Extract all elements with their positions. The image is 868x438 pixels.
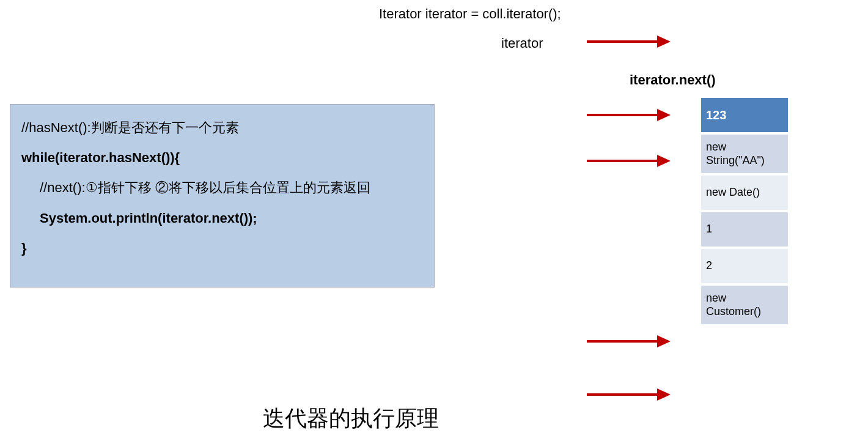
code-box: //hasNext():判断是否还有下一个元素 while(iterator.h… xyxy=(10,104,435,288)
diagram-title: 迭代器的执行原理 xyxy=(263,404,439,434)
arrow-to-2 xyxy=(587,335,672,347)
code-comment-hasnext: //hasNext():判断是否还有下一个元素 xyxy=(21,117,423,138)
arrow-iterator-initial xyxy=(587,35,672,48)
iterator-label: iterator xyxy=(501,35,543,51)
cell-2: 2 xyxy=(700,248,789,284)
code-closebrace: } xyxy=(21,237,423,259)
code-while: while(iterator.hasNext()){ xyxy=(21,147,423,168)
cell-1: 1 xyxy=(700,211,789,248)
cell-123: 123 xyxy=(700,97,789,133)
cell-string-aa: new String("AA") xyxy=(700,133,789,174)
arrow-to-customer xyxy=(587,388,672,401)
cell-date: new Date() xyxy=(700,174,789,211)
arrow-to-string xyxy=(587,155,672,167)
cell-customer: new Customer() xyxy=(700,284,789,325)
iterator-declaration: Iterator iterator = coll.iterator(); xyxy=(379,6,561,22)
code-println: System.out.println(iterator.next()); xyxy=(21,207,423,229)
code-comment-next: //next():①指针下移 ②将下移以后集合位置上的元素返回 xyxy=(21,177,423,198)
collection-list: 123 new String("AA") new Date() 1 2 new … xyxy=(700,97,789,325)
arrow-to-123 xyxy=(587,109,672,121)
iterator-next-label: iterator.next() xyxy=(630,72,716,88)
